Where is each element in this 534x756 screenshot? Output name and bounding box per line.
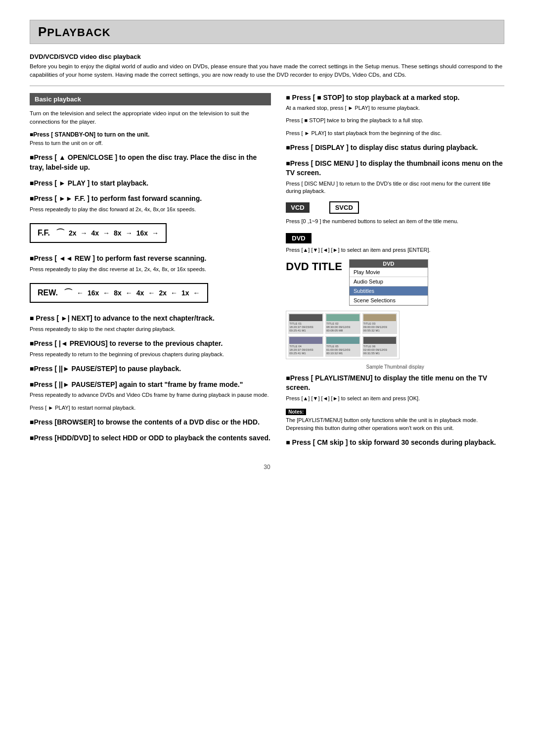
rew-step5: 1x — [181, 289, 189, 297]
ff-body: Press repeatedly to play the disc forwar… — [30, 206, 271, 213]
browser-item: ■Press [BROWSER] to browse the contents … — [30, 418, 271, 427]
dvd-menu-box: DVD Play Movie Audio Setup Subtitles Sce… — [349, 259, 428, 306]
thumb-cell-2: TITLE 0208:30:00 09/12/0300:08:05 M8 — [325, 313, 360, 334]
pause-frame-body2: Press [ ► PLAY] to restart normal playba… — [30, 404, 271, 412]
thumbnail-section: TITLE 0118:20:37 09/15/0300:25:41 M1 TIT… — [286, 311, 504, 370]
pause-frame-heading: ■Press [ ||► PAUSE/STEP] again to start … — [30, 380, 271, 390]
rew-body: Press repeatedly to play the disc revers… — [30, 266, 271, 273]
vcd-badge: VCD — [286, 202, 309, 213]
section-divider — [30, 86, 504, 86]
previous-body: Press repeatedly to return to the beginn… — [30, 351, 271, 358]
right-column: ■ Press [ ■ STOP] to stop playback at a … — [286, 93, 504, 454]
thumb-cell-6: TITLE 0602:00:00 09/12/0300:31:55 M1 — [362, 336, 398, 357]
main-content: Basic playback Turn on the television an… — [30, 93, 504, 454]
pause-item: ■Press [ ||► PAUSE/STEP] to pause playba… — [30, 364, 271, 374]
dvd-badge: DVD — [286, 233, 311, 243]
pause-heading: ■Press [ ||► PAUSE/STEP] to pause playba… — [30, 364, 271, 374]
page-title: PPLAYBACK — [38, 24, 496, 40]
stop-item: ■ Press [ ■ STOP] to stop playback at a … — [286, 93, 504, 138]
open-close-heading: ■Press [ ▲ OPEN/CLOSE ] to open the disc… — [30, 153, 271, 172]
dvd-menu-audio: Audio Setup — [350, 277, 428, 286]
display-heading: ■Press [ DISPLAY ] to display disc statu… — [286, 143, 504, 153]
dvd-menu-header: DVD — [350, 260, 428, 268]
play-heading: ■Press [ ► PLAY ] to start playback. — [30, 179, 271, 189]
dvd-intro-text: Before you begin to enjoy the digital wo… — [30, 62, 504, 80]
standby-body: Press to turn the unit on or off. — [30, 140, 271, 147]
svcd-badge: SVCD — [329, 201, 359, 214]
hdd-dvd-item: ■Press [HDD/DVD] to select HDD or ODD to… — [30, 433, 271, 443]
ff-step4: 16x — [136, 229, 148, 237]
rew-curve: ⌒ — [64, 287, 73, 299]
thumb-cell-3: TITLE 0309:00:00 09/12/0300:55:32 M1 — [362, 313, 398, 334]
rew-step3: 4x — [136, 289, 144, 297]
ff-label: F.F. — [38, 229, 50, 237]
playlist-item: ■Press [ PLAYLIST/MENU] to display the t… — [286, 374, 504, 403]
vcd-svcd-row: VCD SVCD — [286, 201, 504, 214]
thumb-cell-5: TITLE 0501:00:00 09/12/0300:10:32 M1 — [325, 336, 360, 357]
page-number: 30 — [30, 464, 504, 471]
rew-heading: ■Press [ ◄◄ REW ] to perform fast revers… — [30, 254, 271, 264]
ff-step1: 2x — [69, 229, 77, 237]
dvd-section-heading: DVD/VCD/SVCD video disc playback — [30, 53, 504, 60]
pause-frame-item: ■Press [ ||► PAUSE/STEP] again to start … — [30, 380, 271, 412]
thumbnail-grid: TITLE 0118:20:37 09/15/0300:25:41 M1 TIT… — [286, 311, 400, 359]
ff-diagram: F.F. ⌒ 2x → 4x → 8x → 16x → — [30, 219, 271, 248]
pause-frame-body1: Press repeatedly to advance DVDs and Vid… — [30, 391, 271, 399]
rew-item: ■Press [ ◄◄ REW ] to perform fast revers… — [30, 254, 271, 273]
open-close-item: ■Press [ ▲ OPEN/CLOSE ] to open the disc… — [30, 153, 271, 172]
thumb-img-5 — [326, 337, 359, 344]
ff-item: ■Press [ ►► F.F. ] to perform fast forwa… — [30, 194, 271, 213]
cm-skip-heading: ■ Press [ CM skip ] to skip forward 30 s… — [286, 438, 504, 448]
left-column: Basic playback Turn on the television an… — [30, 93, 271, 454]
disc-menu-heading: ■Press [ DISC MENU ] to display the thum… — [286, 159, 504, 178]
rew-step4: 2x — [159, 289, 167, 297]
playlist-body: Press [▲] [▼] [◄] [►] to select an item … — [286, 395, 504, 402]
ff-heading: ■Press [ ►► F.F. ] to perform fast forwa… — [30, 194, 271, 204]
next-body: Press repeatedly to skip to the next cha… — [30, 326, 271, 333]
browser-heading: ■Press [BROWSER] to browse the contents … — [30, 418, 271, 427]
thumb-img-2 — [326, 314, 359, 321]
stop-body1: At a marked stop, press [ ► PLAY] to res… — [286, 104, 504, 112]
stop-heading: ■ Press [ ■ STOP] to stop playback at a … — [286, 93, 504, 103]
rew-step2: 8x — [114, 289, 122, 297]
dvd-title-section: DVD TITLE DVD Play Movie Audio Setup Sub… — [286, 259, 504, 306]
basic-playback-intro: Turn on the television and select the ap… — [30, 109, 271, 127]
previous-item: ■Press [ |◄ PREVIOUS] to reverse to the … — [30, 339, 271, 358]
disc-menu-body: Press [ DISC MENU ] to return to the DVD… — [286, 180, 504, 195]
notes-text: The [PLAYLIST/MENU] button only function… — [286, 417, 504, 432]
next-item: ■ Press [ ►| NEXT] to advance to the nex… — [30, 314, 271, 333]
basic-playback-header: Basic playback — [30, 93, 271, 105]
notes-section: Notes: The [PLAYLIST/MENU] button only f… — [286, 408, 504, 432]
dvd-title-label: DVD TITLE — [286, 260, 342, 273]
dvd-menu-scene: Scene Selections — [350, 296, 428, 305]
thumb-img-1 — [289, 314, 322, 321]
disc-menu-item: ■Press [ DISC MENU ] to display the thum… — [286, 159, 504, 195]
thumb-cell-4: TITLE 0418:20:37 09/15/0300:25:41 M1 — [288, 336, 323, 357]
display-item: ■Press [ DISPLAY ] to display disc statu… — [286, 143, 504, 153]
standby-item: ■Press [ STANDBY-ON] to turn on the unit… — [30, 131, 271, 147]
thumb-cell-1: TITLE 0118:20:37 09/15/0300:25:41 M1 — [288, 313, 323, 334]
notes-label: Notes: — [286, 409, 306, 415]
thumbnail-caption: Sample Thumbnail display — [286, 364, 504, 370]
vcd-svcd-note: Press [0 ,1~9 ] the numbered buttons to … — [286, 218, 504, 225]
stop-body3: Press [ ► PLAY] to start playback from t… — [286, 130, 504, 137]
ff-step3: 8x — [114, 229, 122, 237]
rew-step1: 16x — [88, 289, 99, 297]
rew-diagram: REW. ⌒ ← 16x ← 8x ← 4x ← 2x ← 1x ← — [30, 279, 271, 308]
next-heading: ■ Press [ ►| NEXT] to advance to the nex… — [30, 314, 271, 324]
hdd-dvd-heading: ■Press [HDD/DVD] to select HDD or ODD to… — [30, 433, 271, 443]
thumb-img-4 — [289, 337, 322, 344]
stop-body2: Press [ ■ STOP] twice to bring the playb… — [286, 117, 504, 124]
cm-skip-item: ■ Press [ CM skip ] to skip forward 30 s… — [286, 438, 504, 448]
page-header: PPLAYBACK — [30, 20, 504, 44]
ff-curve: ⌒ — [56, 227, 65, 239]
thumb-img-6 — [363, 337, 397, 344]
rew-label: REW. — [38, 288, 58, 297]
playlist-heading: ■Press [ PLAYLIST/MENU] to display the t… — [286, 374, 504, 393]
previous-heading: ■Press [ |◄ PREVIOUS] to reverse to the … — [30, 339, 271, 349]
standby-heading: ■Press [ STANDBY-ON] to turn on the unit… — [30, 131, 271, 138]
dvd-menu-subtitles: Subtitles — [350, 286, 428, 296]
play-item: ■Press [ ► PLAY ] to start playback. — [30, 179, 271, 189]
thumb-img-3 — [363, 314, 397, 321]
dvd-note: Press [▲] [▼] [◄] [►] to select an item … — [286, 246, 504, 254]
